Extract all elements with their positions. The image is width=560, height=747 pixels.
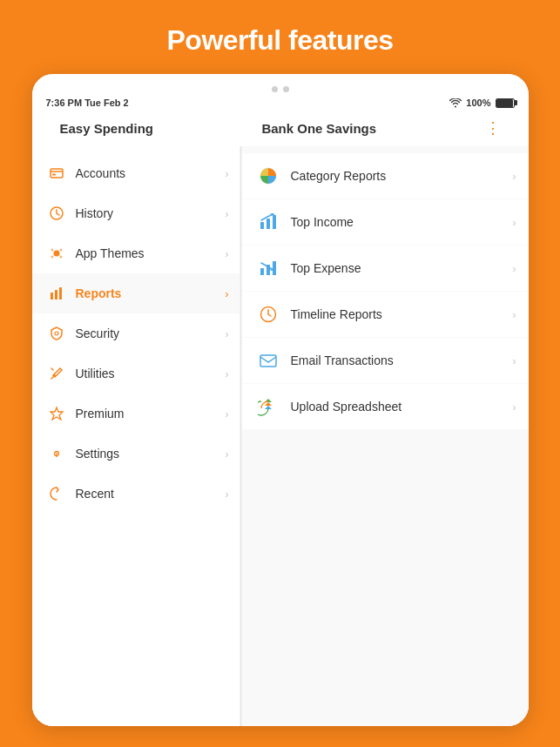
sidebar-label-reports: Reports [76,286,226,300]
chevron-accounts: › [225,167,228,180]
device-frame: 7:36 PM Tue Feb 2 100% Easy Spendi [32,74,529,726]
chevron-email-transactions: › [512,354,516,367]
vertical-divider [240,146,241,726]
status-time: 7:36 PM Tue Feb 2 [46,98,129,108]
svg-point-3 [53,251,59,257]
page-title: Powerful features [17,24,543,57]
device-dots [46,81,515,96]
svg-rect-10 [59,287,62,299]
svg-rect-8 [51,293,53,299]
svg-point-5 [59,249,62,252]
menu-item-upload-spreadsheet[interactable]: Upload Spreadsheet › [242,384,529,429]
svg-point-6 [51,256,53,259]
svg-rect-1 [52,174,56,176]
app-name: Easy Spending [60,121,154,136]
device-dot-2 [283,86,289,92]
sidebar-label-accounts: Accounts [76,166,226,180]
top-expense-icon [256,256,280,280]
bank-name: Bank One Savings [261,121,376,136]
svg-point-11 [55,332,58,335]
chevron-top-income: › [512,216,516,229]
sidebar-label-security: Security [76,326,226,340]
main-panel: Category Reports › Top Income › [242,146,529,726]
email-transactions-icon [256,348,280,373]
svg-rect-9 [55,290,57,299]
chevron-security: › [225,327,228,340]
sidebar-item-history[interactable]: History › [32,193,240,233]
battery-percent: 100% [466,98,490,108]
app-header: Easy Spending Bank One Savings ⋮ [46,113,515,146]
chevron-history: › [225,207,228,220]
svg-point-7 [59,256,62,259]
reports-icon [46,283,67,304]
utilities-icon [46,363,67,384]
sidebar-item-security[interactable]: Security › [32,313,240,353]
menu-item-top-expense[interactable]: Top Expense › [242,246,529,291]
sidebar-item-utilities[interactable]: Utilities › [32,353,240,394]
sidebar-item-recent[interactable]: Recent › [32,474,240,514]
chevron-upload-spreadsheet: › [512,400,516,414]
battery-icon [496,98,515,108]
chevron-reports: › [225,287,228,300]
svg-rect-23 [260,355,276,367]
chevron-app-themes: › [225,247,228,260]
wifi-icon [449,98,462,108]
chevron-top-expense: › [512,262,516,275]
history-icon [46,203,67,224]
chevron-settings: › [225,448,228,461]
sidebar-item-accounts[interactable]: Accounts › [32,153,240,193]
premium-icon [46,403,67,424]
menu-label-timeline-reports: Timeline Reports [291,307,513,321]
settings-icon: i [46,443,67,464]
sidebar-label-recent: Recent [76,487,226,501]
timeline-reports-icon [256,302,280,326]
device-top-bar: 7:36 PM Tue Feb 2 100% Easy Spendi [32,74,529,146]
chevron-timeline-reports: › [512,308,516,321]
menu-label-category-reports: Category Reports [291,169,513,183]
sidebar-label-utilities: Utilities [76,367,226,380]
chevron-utilities: › [225,367,228,380]
menu-label-upload-spreadsheet: Upload Spreadsheet [291,400,513,414]
svg-rect-19 [260,268,264,275]
svg-rect-17 [267,219,270,229]
menu-label-top-income: Top Income [291,215,513,229]
svg-rect-16 [260,222,264,229]
sidebar-item-settings[interactable]: i Settings › [32,434,240,474]
upload-spreadsheet-icon [256,394,280,419]
sidebar: Accounts › History › [32,146,240,726]
device-dot-1 [272,86,278,92]
sidebar-item-premium[interactable]: Premium › [32,394,240,434]
security-icon [46,323,67,344]
svg-marker-12 [51,407,63,420]
menu-item-category-reports[interactable]: Category Reports › [242,153,529,199]
menu-item-email-transactions[interactable]: Email Transactions › [242,338,529,383]
chevron-recent: › [225,488,228,501]
sidebar-label-premium: Premium [76,407,226,421]
chevron-premium: › [225,407,228,421]
menu-label-email-transactions: Email Transactions [291,353,513,367]
more-menu-button[interactable]: ⋮ [485,118,501,138]
menu-item-timeline-reports[interactable]: Timeline Reports › [242,292,529,337]
content-area: Accounts › History › [32,146,529,726]
status-bar: 7:36 PM Tue Feb 2 100% [46,96,515,113]
chevron-category-reports: › [512,170,516,183]
svg-text:i: i [55,450,57,459]
menu-label-top-expense: Top Expense [291,261,513,275]
status-bar-right: 100% [449,98,514,108]
page-header: Powerful features [0,0,560,74]
svg-point-4 [51,249,53,252]
recent-icon [46,483,67,504]
sidebar-label-app-themes: App Themes [76,246,226,260]
svg-rect-0 [51,169,63,178]
themes-icon [46,243,67,264]
sidebar-item-reports[interactable]: Reports › [32,273,240,313]
accounts-icon [46,163,67,184]
sidebar-label-settings: Settings [76,447,226,461]
sidebar-label-history: History [76,206,226,220]
top-income-icon [256,210,280,234]
category-reports-icon [256,164,280,188]
sidebar-item-app-themes[interactable]: App Themes › [32,233,240,273]
menu-item-top-income[interactable]: Top Income › [242,199,529,245]
